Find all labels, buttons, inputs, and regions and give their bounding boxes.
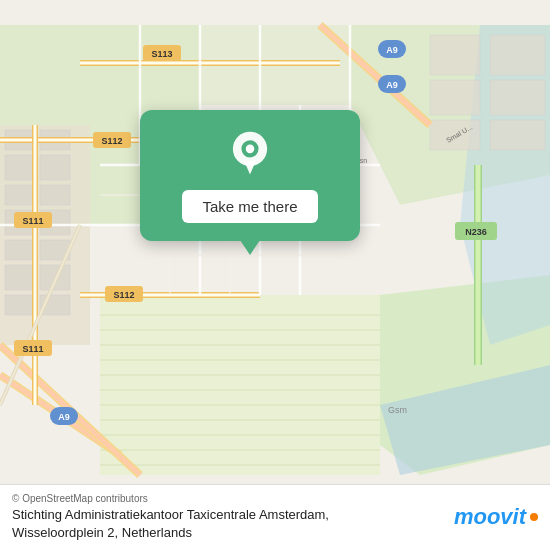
svg-rect-34	[430, 35, 480, 75]
svg-rect-30	[5, 265, 35, 290]
bottom-bar: © OpenStreetMap contributors Stichting A…	[0, 484, 550, 550]
svg-rect-39	[490, 120, 545, 150]
svg-text:S112: S112	[113, 290, 134, 300]
address-text: Stichting Administratiekantoor Taxicentr…	[12, 506, 412, 542]
svg-rect-36	[430, 80, 480, 115]
svg-text:S113: S113	[151, 49, 172, 59]
moovit-logo-dot	[530, 513, 538, 521]
popup-card: Take me there	[140, 110, 360, 241]
svg-text:N236: N236	[465, 227, 487, 237]
svg-text:A9: A9	[58, 412, 70, 422]
svg-text:Gsm: Gsm	[388, 405, 407, 415]
svg-rect-32	[5, 295, 35, 315]
svg-text:S111: S111	[22, 216, 43, 226]
take-me-there-button[interactable]: Take me there	[182, 190, 317, 223]
svg-text:S111: S111	[22, 344, 43, 354]
pin-icon	[226, 130, 274, 178]
svg-rect-23	[40, 155, 70, 180]
svg-rect-25	[40, 185, 70, 205]
svg-text:A9: A9	[386, 45, 398, 55]
svg-rect-22	[5, 155, 35, 180]
svg-rect-37	[490, 80, 545, 115]
moovit-logo: moovit	[454, 504, 538, 530]
svg-rect-35	[490, 35, 545, 75]
map-attribution: © OpenStreetMap contributors	[12, 493, 412, 504]
svg-text:A9: A9	[386, 80, 398, 90]
svg-marker-94	[244, 161, 256, 175]
svg-rect-28	[5, 240, 35, 260]
svg-rect-24	[5, 185, 35, 205]
moovit-logo-text: moovit	[454, 504, 526, 530]
svg-rect-4	[100, 295, 380, 475]
svg-text:S112: S112	[101, 136, 122, 146]
map-container: S113 S112 S112 S111 S111 A9 A9 A9 N236 S…	[0, 0, 550, 550]
bottom-info: © OpenStreetMap contributors Stichting A…	[12, 493, 412, 542]
svg-point-93	[246, 145, 255, 154]
